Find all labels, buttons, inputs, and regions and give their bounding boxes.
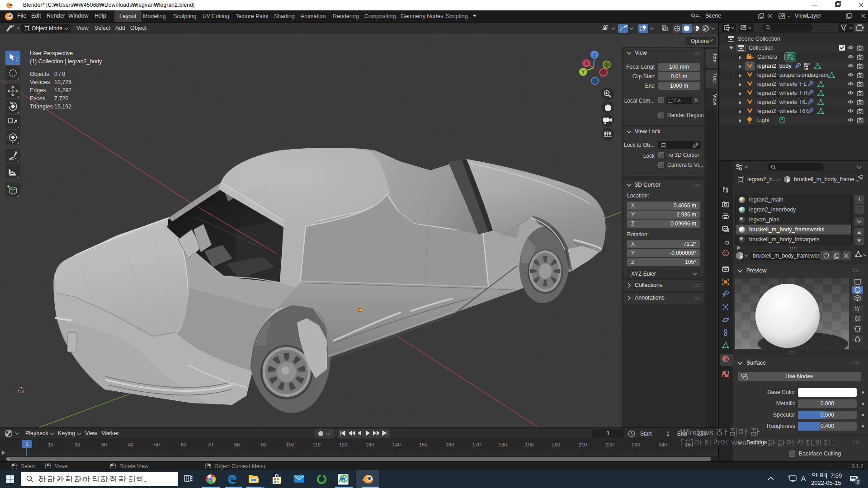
svg-text:Y: Y: [582, 70, 585, 75]
svg-text:7,720: 7,720: [54, 95, 68, 102]
svg-text:210: 210: [579, 442, 587, 447]
svg-text:20: 20: [75, 442, 80, 447]
svg-text:230: 230: [632, 442, 640, 447]
svg-text:Objects: Objects: [30, 71, 49, 77]
svg-text:0 / 8: 0 / 8: [54, 71, 65, 77]
svg-text:130: 130: [366, 442, 374, 447]
svg-text:Triangles: Triangles: [30, 103, 53, 110]
svg-text:40: 40: [128, 442, 133, 447]
svg-text:Faces: Faces: [30, 95, 45, 102]
svg-text:80: 80: [234, 442, 240, 447]
svg-text:60: 60: [181, 442, 186, 447]
svg-text:10,725: 10,725: [54, 79, 71, 85]
svg-text:180: 180: [499, 442, 507, 447]
svg-text:(1) Collection | legran2_body: (1) Collection | legran2_body: [30, 58, 102, 65]
svg-text:Edges: Edges: [30, 87, 46, 94]
svg-text:10: 10: [48, 442, 53, 447]
svg-text:View: View: [712, 94, 717, 105]
svg-text:User Perspective: User Perspective: [30, 50, 73, 56]
svg-text:90: 90: [261, 442, 266, 447]
svg-text:170: 170: [472, 442, 481, 447]
svg-text:240: 240: [659, 442, 667, 447]
svg-text:140: 140: [392, 442, 401, 447]
svg-text:50: 50: [154, 442, 160, 447]
svg-text:X: X: [585, 61, 588, 66]
svg-text:15,192: 15,192: [54, 103, 71, 110]
svg-text:200: 200: [552, 442, 560, 447]
svg-text:Tool: Tool: [712, 73, 717, 83]
svg-text:100: 100: [286, 442, 294, 447]
svg-text:Options: Options: [691, 38, 709, 44]
svg-text:Z: Z: [593, 52, 596, 57]
svg-text:190: 190: [525, 442, 533, 447]
svg-text:30: 30: [101, 442, 107, 447]
svg-text:150: 150: [419, 442, 427, 447]
svg-text:Item: Item: [712, 52, 717, 62]
svg-text:70: 70: [208, 442, 213, 447]
svg-text:Vertices: Vertices: [30, 79, 50, 85]
svg-text:120: 120: [339, 442, 347, 447]
svg-text:110: 110: [312, 442, 321, 447]
svg-text:Windows: Windows: [731, 439, 759, 446]
svg-text:Windows: Windows: [680, 428, 713, 437]
svg-text:18,292: 18,292: [54, 87, 71, 94]
svg-text:220: 220: [605, 442, 613, 447]
svg-text:160: 160: [446, 442, 454, 447]
